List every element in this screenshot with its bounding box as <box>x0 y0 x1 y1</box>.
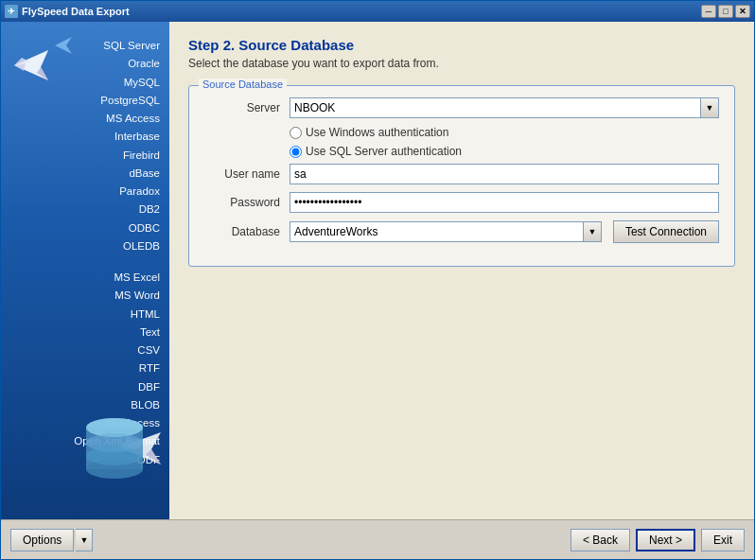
auth-windows-radio[interactable] <box>290 127 302 139</box>
step-subtitle: Select the database you want to export d… <box>188 57 735 70</box>
sidebar-item-db2[interactable]: DB2 <box>1 201 169 219</box>
sidebar-item-dbase[interactable]: dBase <box>1 165 169 183</box>
auth-windows-label[interactable]: Use Windows authentication <box>306 126 448 139</box>
database-input[interactable] <box>290 221 583 242</box>
title-buttons: ─ □ ✕ <box>701 5 750 18</box>
database-dropdown-btn[interactable]: ▼ <box>583 221 602 242</box>
source-database-group: Source Database Server ▼ Use Windows aut… <box>188 85 735 267</box>
back-button[interactable]: < Back <box>571 529 630 551</box>
close-button[interactable]: ✕ <box>735 5 750 18</box>
database-row: Database ▼ Test Connection <box>204 220 719 243</box>
password-label: Password <box>204 196 290 209</box>
username-input[interactable] <box>290 164 719 184</box>
group-box-title: Source Database <box>199 79 287 90</box>
plane-top-icon <box>7 41 52 93</box>
sidebar-item-firebird[interactable]: Firebird <box>1 147 169 165</box>
sidebar-item-interbase[interactable]: Interbase <box>1 128 169 146</box>
minimize-button[interactable]: ─ <box>701 5 716 18</box>
username-label: User name <box>204 167 290 181</box>
maximize-button[interactable]: □ <box>718 5 733 18</box>
password-row: Password <box>204 192 719 213</box>
app-icon: ✈ <box>5 5 18 18</box>
main-content: Step 2. Source Database Select the datab… <box>169 22 754 519</box>
options-dropdown-arrow[interactable]: ▼ <box>76 529 93 551</box>
exit-button[interactable]: Exit <box>701 529 745 551</box>
auth-sql-radio[interactable] <box>290 146 302 158</box>
server-combo[interactable]: ▼ <box>290 97 719 118</box>
sidebar-item-paradox[interactable]: Paradox <box>1 183 169 201</box>
username-row: User name <box>204 164 719 184</box>
auth-windows-row: Use Windows authentication <box>290 126 719 139</box>
sidebar-item-msexcel[interactable]: MS Excel <box>1 269 169 287</box>
test-connection-button[interactable]: Test Connection <box>613 220 719 243</box>
window-title: FlySpeed Data Export <box>22 6 130 17</box>
sidebar-item-rtf[interactable]: RTF <box>1 359 169 377</box>
auth-sql-row: Use SQL Server authentication <box>290 145 719 158</box>
sidebar-item-text[interactable]: Text <box>1 324 169 341</box>
main-window: ✈ FlySpeed Data Export ─ □ ✕ <box>0 0 755 560</box>
password-input[interactable] <box>290 192 719 213</box>
sidebar-item-oledb[interactable]: OLEDB <box>1 237 169 255</box>
title-bar-left: ✈ FlySpeed Data Export <box>5 5 130 18</box>
bottom-left: Options ▼ <box>10 529 93 551</box>
server-dropdown-btn[interactable]: ▼ <box>700 97 719 118</box>
svg-marker-4 <box>55 37 72 54</box>
content-area: SQL Server Oracle MySQL PostgreSQL MS Ac… <box>1 22 754 519</box>
sidebar-item-html[interactable]: HTML <box>1 306 169 324</box>
sidebar-item-blob[interactable]: BLOB <box>1 396 169 414</box>
server-label: Server <box>204 101 290 114</box>
sidebar-spacer <box>1 255 169 269</box>
auth-sql-label[interactable]: Use SQL Server authentication <box>306 145 462 158</box>
database-label: Database <box>204 225 290 238</box>
sidebar: SQL Server Oracle MySQL PostgreSQL MS Ac… <box>1 22 169 519</box>
bottom-right: < Back Next > Exit <box>571 529 745 551</box>
sidebar-item-csv[interactable]: CSV <box>1 341 169 359</box>
sidebar-item-postgresql[interactable]: PostgreSQL <box>1 92 169 110</box>
database-combo[interactable]: ▼ <box>290 221 602 242</box>
step-title: Step 2. Source Database <box>188 37 735 53</box>
sidebar-item-msaccess[interactable]: MS Access <box>1 110 169 128</box>
arrow-icon-top <box>53 35 74 59</box>
db-cylinder-icon <box>82 414 147 485</box>
options-button[interactable]: Options <box>10 529 74 551</box>
server-input[interactable] <box>290 97 700 118</box>
title-bar: ✈ FlySpeed Data Export ─ □ ✕ <box>1 1 754 22</box>
sidebar-item-dbf[interactable]: DBF <box>1 378 169 396</box>
sidebar-item-msword[interactable]: MS Word <box>1 287 169 305</box>
bottom-bar: Options ▼ < Back Next > Exit <box>1 519 754 559</box>
next-button[interactable]: Next > <box>636 529 695 551</box>
svg-point-14 <box>86 446 143 465</box>
sidebar-item-odbc[interactable]: ODBC <box>1 219 169 237</box>
server-row: Server ▼ <box>204 97 719 118</box>
